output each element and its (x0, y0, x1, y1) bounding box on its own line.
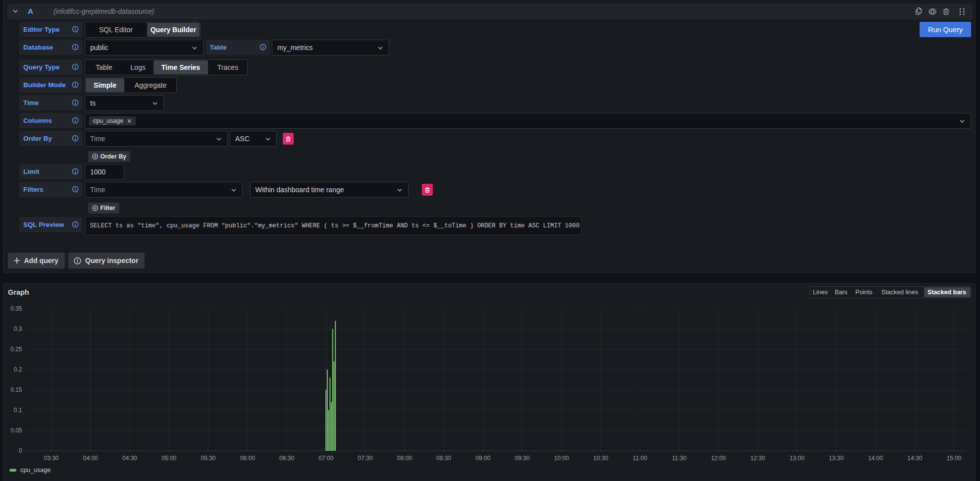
svg-text:12:00: 12:00 (711, 455, 726, 462)
svg-text:06:00: 06:00 (240, 455, 255, 462)
svg-text:11:00: 11:00 (633, 455, 647, 462)
svg-text:09:30: 09:30 (515, 455, 530, 462)
svg-text:0.35: 0.35 (10, 305, 22, 312)
svg-text:14:30: 14:30 (907, 455, 922, 462)
svg-text:12:30: 12:30 (750, 455, 765, 462)
svg-text:0.1: 0.1 (14, 407, 22, 414)
svg-text:09:00: 09:00 (475, 455, 490, 462)
svg-text:13:00: 13:00 (789, 455, 804, 462)
svg-text:13:30: 13:30 (829, 455, 844, 462)
svg-text:06:30: 06:30 (279, 455, 294, 462)
svg-text:03:30: 03:30 (44, 455, 58, 462)
svg-text:0.3: 0.3 (14, 325, 22, 332)
svg-text:0: 0 (19, 447, 22, 454)
svg-text:0.25: 0.25 (10, 346, 22, 353)
svg-text:10:00: 10:00 (554, 455, 569, 462)
svg-text:0.2: 0.2 (14, 366, 22, 373)
svg-text:08:30: 08:30 (436, 455, 451, 462)
svg-text:04:30: 04:30 (122, 455, 137, 462)
svg-text:10:30: 10:30 (593, 455, 608, 462)
svg-text:0.15: 0.15 (10, 386, 22, 393)
svg-text:07:00: 07:00 (318, 455, 333, 462)
svg-text:cpu_usage: cpu_usage (20, 467, 51, 474)
svg-text:0.05: 0.05 (10, 427, 22, 434)
svg-text:04:00: 04:00 (83, 455, 98, 462)
svg-text:05:30: 05:30 (201, 455, 216, 462)
svg-text:11:30: 11:30 (672, 455, 686, 462)
svg-text:05:00: 05:00 (161, 455, 176, 462)
svg-text:07:30: 07:30 (358, 455, 373, 462)
svg-text:15:00: 15:00 (946, 455, 961, 462)
svg-text:14:00: 14:00 (868, 455, 883, 462)
svg-text:08:00: 08:00 (397, 455, 412, 462)
